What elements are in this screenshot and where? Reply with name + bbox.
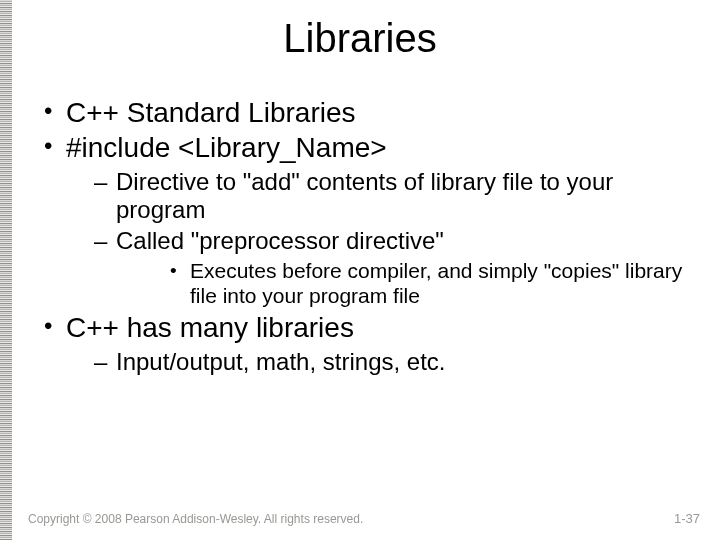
bullet-l2: Directive to "add" contents of library f… <box>94 168 690 225</box>
slide-body: C++ Standard Libraries #include <Library… <box>40 96 690 378</box>
bullet-l1: #include <Library_Name> Directive to "ad… <box>40 131 690 309</box>
bullet-list-level2: Directive to "add" contents of library f… <box>66 168 690 308</box>
bullet-text: C++ has many libraries <box>66 312 354 343</box>
bullet-l3: Executes before compiler, and simply "co… <box>170 259 690 309</box>
bullet-list-level2: Input/output, math, strings, etc. <box>66 348 690 376</box>
bullet-l2: Called "preprocessor directive" Executes… <box>94 227 690 309</box>
bullet-text: #include <Library_Name> <box>66 132 387 163</box>
bullet-list-level1: C++ Standard Libraries #include <Library… <box>40 96 690 376</box>
bullet-l2: Input/output, math, strings, etc. <box>94 348 690 376</box>
bullet-text: C++ Standard Libraries <box>66 97 356 128</box>
left-decorative-strip <box>0 0 12 540</box>
footer-copyright: Copyright © 2008 Pearson Addison-Wesley.… <box>28 512 363 526</box>
bullet-text: Input/output, math, strings, etc. <box>116 348 446 375</box>
slide-title: Libraries <box>0 16 720 61</box>
bullet-list-level3: Executes before compiler, and simply "co… <box>116 259 690 309</box>
bullet-text: Called "preprocessor directive" <box>116 227 444 254</box>
bullet-text: Executes before compiler, and simply "co… <box>190 259 682 307</box>
footer-page-number: 1-37 <box>674 511 700 526</box>
bullet-text: Directive to "add" contents of library f… <box>116 168 613 223</box>
bullet-l1: C++ has many libraries Input/output, mat… <box>40 311 690 376</box>
slide: Libraries C++ Standard Libraries #includ… <box>0 0 720 540</box>
bullet-l1: C++ Standard Libraries <box>40 96 690 129</box>
